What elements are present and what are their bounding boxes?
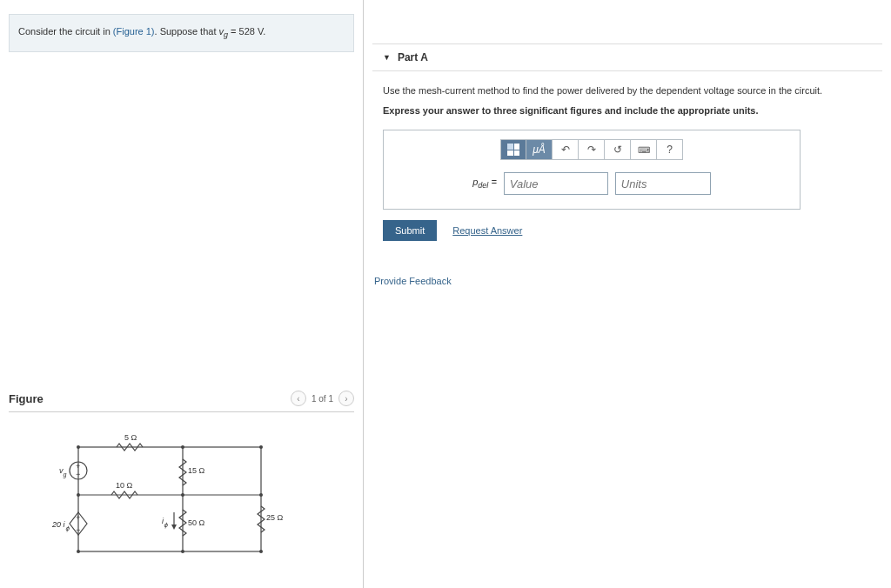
reset-icon[interactable]: ↺ (605, 139, 631, 160)
svg-point-4 (77, 445, 80, 449)
answer-box: μÅ ↶ ↷ ↺ ⌨ ? pdel = (383, 130, 801, 210)
template-tool-icon[interactable] (500, 139, 526, 160)
figure-link[interactable]: (Figure 1) (113, 26, 155, 37)
svg-text:iϕ: iϕ (162, 517, 168, 529)
svg-point-11 (181, 550, 184, 553)
figure-title: Figure (9, 392, 44, 405)
figure-prev-button[interactable]: ‹ (291, 391, 306, 406)
left-pane: Consider the circuit in (Figure 1). Supp… (0, 0, 364, 588)
help-icon[interactable]: ? (657, 139, 683, 160)
svg-text:−: − (76, 525, 80, 534)
collapse-caret-icon: ▼ (383, 53, 391, 62)
part-title: Part A (398, 51, 428, 63)
svg-text:5 Ω: 5 Ω (124, 433, 137, 442)
part-emphasis: Express your answer to three significant… (383, 104, 882, 118)
request-answer-link[interactable]: Request Answer (452, 225, 522, 236)
keyboard-icon[interactable]: ⌨ (631, 139, 657, 160)
svg-marker-27 (171, 525, 177, 530)
value-input[interactable] (504, 172, 608, 195)
answer-toolbar: μÅ ↶ ↷ ↺ ⌨ ? (384, 130, 800, 172)
prompt-text-pre: Consider the circuit in (18, 26, 113, 37)
submit-row: Submit Request Answer (383, 220, 882, 241)
svg-text:50 Ω: 50 Ω (188, 518, 205, 527)
units-input[interactable] (615, 172, 711, 195)
svg-text:+: + (76, 513, 80, 522)
svg-point-12 (259, 550, 263, 553)
answer-input-row: pdel = (384, 172, 800, 209)
part-instruction: Use the mesh-current method to find the … (383, 84, 882, 98)
figure-next-button[interactable]: › (338, 391, 354, 406)
answer-variable-label: pdel = (472, 177, 497, 190)
redo-icon[interactable]: ↷ (579, 139, 605, 160)
svg-point-5 (181, 445, 184, 449)
undo-icon[interactable]: ↶ (553, 139, 579, 160)
svg-text:10 Ω: 10 Ω (116, 481, 133, 490)
svg-text:25 Ω: 25 Ω (266, 513, 284, 522)
submit-button[interactable]: Submit (383, 220, 437, 241)
svg-point-7 (77, 493, 80, 497)
special-char-tool[interactable]: μÅ (526, 139, 553, 160)
svg-text:15 Ω: 15 Ω (188, 466, 205, 475)
right-pane: ▼ Part A Use the mesh-current method to … (364, 0, 891, 588)
part-header[interactable]: ▼ Part A (372, 43, 882, 71)
svg-text:−: − (76, 470, 80, 478)
svg-text:vg: vg (59, 466, 67, 478)
figure-header: Figure ‹ 1 of 1 › (9, 391, 354, 412)
figure-page-label: 1 of 1 (312, 394, 333, 404)
problem-prompt: Consider the circuit in (Figure 1). Supp… (9, 14, 354, 52)
circuit-figure: .w{stroke:#444;stroke-width:1.2;fill:non… (9, 430, 354, 579)
provide-feedback-link[interactable]: Provide Feedback (374, 276, 882, 286)
figure-pager: ‹ 1 of 1 › (291, 391, 354, 406)
svg-point-9 (259, 493, 263, 497)
svg-point-10 (77, 550, 80, 553)
svg-rect-0 (78, 447, 261, 551)
svg-text:20 iϕ: 20 iϕ (52, 520, 70, 532)
svg-point-6 (259, 445, 263, 449)
svg-point-8 (181, 493, 184, 497)
prompt-text-post: . Suppose that (155, 26, 219, 37)
